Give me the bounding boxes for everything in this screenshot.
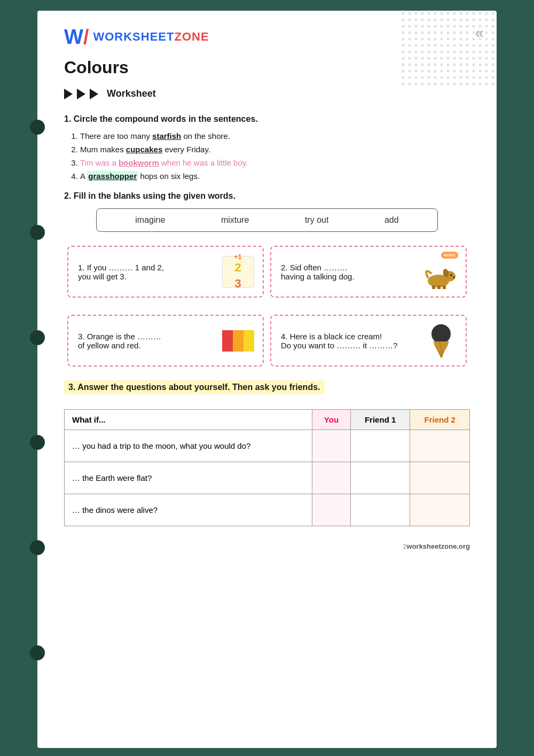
- col-header-f1: Friend 1: [350, 410, 410, 430]
- logo-icon: W/: [64, 27, 89, 47]
- dots-decoration: [400, 11, 497, 85]
- fill-card-2: 2. Sid often ………having a talking dog. He…: [270, 246, 467, 298]
- row1-f1[interactable]: [350, 430, 410, 462]
- fill-card-3: 3. Orange is the ………of yellow and red.: [67, 315, 264, 367]
- svg-rect-9: [443, 285, 446, 289]
- cards-row-1: 1. If you ……… 1 and 2,you will get 3. +1…: [64, 243, 470, 301]
- card4-text: 4. Here is a black ice cream!Do you want…: [281, 332, 418, 350]
- section3-header: 3. Answer the questions about yourself. …: [64, 380, 325, 394]
- row3-you[interactable]: [312, 494, 351, 526]
- word-imagine: imagine: [135, 215, 165, 225]
- sentences-list: There are too many starfish on the shore…: [80, 131, 470, 181]
- breadcrumb: Worksheet: [64, 88, 470, 99]
- svg-rect-7: [432, 285, 435, 289]
- footer-page-num: 2: [403, 542, 406, 550]
- card1-text: 1. If you ……… 1 and 2,you will get 3.: [78, 263, 215, 281]
- svg-rect-8: [437, 285, 441, 289]
- sidebar-circle: [30, 435, 45, 450]
- row2-f1[interactable]: [350, 462, 410, 494]
- row2-question: … the Earth were flat?: [65, 462, 312, 494]
- row2-f2[interactable]: [410, 462, 470, 494]
- table-row: … the Earth were flat?: [65, 462, 470, 494]
- back-chevron-icon[interactable]: «: [475, 24, 484, 42]
- dog-bubble: Hello!: [441, 252, 458, 259]
- list-item: Tim was a bookworm when he was a little …: [80, 158, 470, 167]
- sidebar-circles: [30, 11, 45, 748]
- sidebar-circle: [30, 330, 45, 345]
- col-header-whatif: What if...: [65, 410, 312, 430]
- footer: 2worksheetzone.org: [64, 542, 470, 550]
- card2-img: Hello!: [423, 254, 458, 289]
- svg-point-10: [431, 324, 451, 344]
- row2-you[interactable]: [312, 462, 351, 494]
- section2-header: 2. Fill in the blanks using the given wo…: [64, 191, 470, 201]
- list-item: There are too many starfish on the shore…: [80, 131, 470, 141]
- breadcrumb-arrow-1: [64, 89, 73, 99]
- card3-text: 3. Orange is the ………of yellow and red.: [78, 332, 215, 350]
- col-header-you: You: [312, 410, 351, 430]
- fill-card-4: 4. Here is a black ice cream!Do you want…: [270, 315, 467, 367]
- svg-point-5: [450, 274, 452, 276]
- row1-f2[interactable]: [410, 430, 470, 462]
- card4-img: [423, 323, 458, 358]
- card3-img: [221, 323, 255, 358]
- card1-img: +1 2 3: [221, 254, 255, 289]
- sidebar-circle: [30, 540, 45, 555]
- word-box: imagine mixture try out add: [96, 208, 438, 232]
- section1-header: 1. Circle the compound words in the sent…: [64, 114, 470, 124]
- sidebar-circle: [30, 225, 45, 240]
- list-item: A grasshopper hops on six legs.: [80, 172, 470, 181]
- svg-point-6: [453, 277, 455, 278]
- list-item: Mum makes cupcakes every Friday.: [80, 145, 470, 154]
- cards-row-2: 3. Orange is the ………of yellow and red. 4…: [64, 311, 470, 370]
- svg-rect-1: [400, 11, 497, 85]
- card2-text: 2. Sid often ………having a talking dog.: [281, 263, 418, 281]
- logo-text: WORKSHEETZONE: [93, 30, 209, 44]
- fill-card-1: 1. If you ……… 1 and 2,you will get 3. +1…: [67, 246, 264, 298]
- row3-question: … the dinos were alive?: [65, 494, 312, 526]
- row1-you[interactable]: [312, 430, 351, 462]
- breadcrumb-arrow-2: [77, 89, 85, 99]
- table-row: … the dinos were alive?: [65, 494, 470, 526]
- breadcrumb-label: Worksheet: [107, 88, 156, 99]
- word-try-out: try out: [305, 215, 328, 225]
- footer-domain: worksheetzone.org: [407, 542, 470, 550]
- word-add: add: [384, 215, 399, 225]
- word-mixture: mixture: [221, 215, 249, 225]
- table-row: … you had a trip to the moon, what you w…: [65, 430, 470, 462]
- sidebar-circle: [30, 120, 45, 135]
- sidebar-circle: [30, 645, 45, 660]
- worksheet-page: « W/ WORKSHEETZONE Colours Worksheet 1. …: [37, 11, 497, 748]
- question-table: What if... You Friend 1 Friend 2 … you h…: [64, 409, 470, 526]
- col-header-f2: Friend 2: [410, 410, 470, 430]
- breadcrumb-arrow-3: [90, 89, 98, 99]
- row3-f1[interactable]: [350, 494, 410, 526]
- row1-question: … you had a trip to the moon, what you w…: [65, 430, 312, 462]
- row3-f2[interactable]: [410, 494, 470, 526]
